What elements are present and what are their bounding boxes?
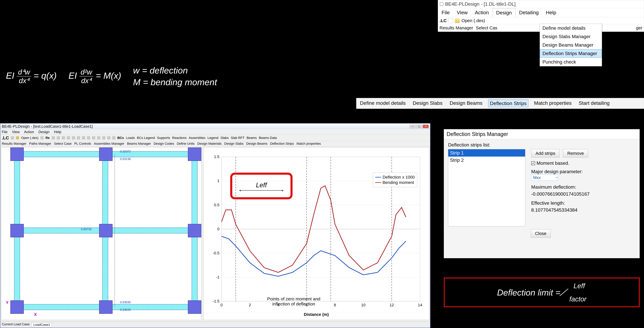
menu-file[interactable]: File xyxy=(2,130,8,134)
dialog-title: Deflection Strips Manager xyxy=(444,129,640,139)
menu-view[interactable]: View xyxy=(12,130,20,134)
open-des-button[interactable]: Open (.des) xyxy=(21,136,38,140)
zoom-out-icon[interactable] xyxy=(57,136,60,139)
menu-design[interactable]: Design xyxy=(492,8,516,17)
tool-icon[interactable] xyxy=(102,136,105,139)
add-strips-button[interactable]: Add strips xyxy=(531,149,560,158)
zoom-in-icon[interactable] xyxy=(52,136,55,139)
tool-icon[interactable] xyxy=(92,136,95,139)
tab-item[interactable]: Design Slabs xyxy=(411,100,444,107)
tool-icon[interactable] xyxy=(112,136,115,139)
dropdown-item[interactable]: Design Beams Manager xyxy=(540,41,602,49)
toolbar-item[interactable]: Assemblies xyxy=(189,136,206,140)
svg-text:-1.5: -1.5 xyxy=(213,299,219,303)
toolbar-item[interactable]: Beams xyxy=(246,136,256,140)
toolbar-item[interactable]: Design Codes xyxy=(154,142,174,146)
toolbar-item[interactable]: Assemblies Manager xyxy=(94,142,124,146)
toolbar-item[interactable]: Slabs xyxy=(220,136,229,140)
tool-icon[interactable] xyxy=(82,136,85,139)
open-folder-icon[interactable] xyxy=(455,18,460,23)
menu-help[interactable]: Help xyxy=(54,130,61,134)
structural-plan-view[interactable]: 0.22372 0.93136 0.83732 0.93535 0.24615 … xyxy=(1,147,202,320)
moment-based-checkbox[interactable]: ✓ Moment based. xyxy=(531,160,636,166)
list-item[interactable]: Strip 2 xyxy=(448,156,525,164)
menu-help[interactable]: Help xyxy=(542,8,560,17)
chart-x-label: Distance (m) xyxy=(304,312,329,317)
toolbar-item[interactable]: BCs Legend xyxy=(137,136,155,140)
effective-length-label: Effective length: xyxy=(531,200,636,206)
tool-icon[interactable] xyxy=(87,136,90,139)
toolbar-item[interactable]: Loads xyxy=(126,136,135,140)
toolbar-item[interactable]: Beams Manager xyxy=(127,142,151,146)
open-des-button[interactable]: Open (.des) xyxy=(462,18,485,23)
toolbar-item[interactable]: Reactions xyxy=(172,136,187,140)
dropdown-item[interactable]: Design Slabs Manager xyxy=(540,32,602,41)
grid-icon[interactable] xyxy=(72,136,75,139)
design-menu-window: BE4E-PLDesign - [1.DL-title1-DL] FileVie… xyxy=(438,0,644,32)
maximize-button[interactable]: ▢ xyxy=(416,125,422,128)
new-file-icon[interactable] xyxy=(11,136,14,139)
toolbar-item[interactable]: Deflection Strips xyxy=(270,142,294,146)
select-case-button[interactable]: Select Cas xyxy=(476,26,497,30)
dropdown-item[interactable]: Deflection Strips Manager xyxy=(540,49,602,58)
menu-action[interactable]: Action xyxy=(24,130,34,134)
toolbar-item[interactable]: Select Case xyxy=(54,142,72,146)
tool-icon[interactable] xyxy=(107,136,110,139)
toolbar-item[interactable]: Design Slabs xyxy=(224,142,244,146)
chart-view: -1.5-1-0.500.511.502468101214 Leff Defle… xyxy=(203,147,429,320)
app-title: BE4E-PLDesign - [test.LoadCase1-title1-L… xyxy=(2,124,93,129)
pan-icon[interactable] xyxy=(67,136,70,139)
open-folder-icon[interactable] xyxy=(16,136,19,139)
menu-detailing[interactable]: Detailing xyxy=(516,8,542,17)
close-button[interactable]: ✕ xyxy=(423,125,429,128)
strips-listbox[interactable]: Strip 1Strip 2 xyxy=(448,149,525,226)
toolbar-item[interactable]: Legend xyxy=(208,136,218,140)
menu-action[interactable]: Action xyxy=(471,8,492,17)
tool-icon[interactable] xyxy=(97,136,100,139)
toolbar-item[interactable]: Beams Data xyxy=(259,136,277,140)
zoom-fit-icon[interactable] xyxy=(62,136,65,139)
dropdown-item[interactable]: Define model details xyxy=(540,24,602,32)
toolbar-item[interactable]: Define Units xyxy=(177,142,194,146)
x-axis-label: X xyxy=(34,312,37,317)
dropdown-item[interactable]: Punching check xyxy=(540,58,602,66)
checkbox-icon: ✓ xyxy=(531,161,535,165)
bcs-button[interactable]: BCs xyxy=(118,136,124,140)
legend-row: Deflection x 1000 xyxy=(375,175,415,180)
toolbar-item[interactable]: Design Materials xyxy=(197,142,222,146)
toolbar-item[interactable]: Design Beams xyxy=(246,142,268,146)
toolbar-item[interactable]: Paths Manager xyxy=(29,142,51,146)
app-menubar: FileViewActionDesignHelp xyxy=(0,129,430,135)
new-file-icon[interactable] xyxy=(448,18,453,23)
deflection-limit-formula: Deflection limit = Leff ⁄ factor xyxy=(444,278,640,307)
menu-file[interactable]: File xyxy=(438,8,453,17)
menubar: FileViewActionDesignDetailingHelp xyxy=(438,8,644,17)
toolbar-item[interactable]: Slab RFT xyxy=(231,136,244,140)
tab-item[interactable]: Define model details xyxy=(358,100,407,107)
leff-arrow xyxy=(239,190,284,190)
results-manager-button[interactable]: Results Manager xyxy=(440,26,473,30)
menu-design[interactable]: Design xyxy=(38,130,50,134)
toolbar-item[interactable]: Match properties xyxy=(296,142,321,146)
toolbar-item[interactable]: Results Manager xyxy=(2,142,26,146)
tool-icon[interactable] xyxy=(77,136,80,139)
tab-item[interactable]: Deflection Strips xyxy=(488,100,528,107)
remove-button[interactable]: Remove xyxy=(563,149,588,158)
tab-item[interactable]: Start detailing xyxy=(577,100,611,107)
list-item[interactable]: Strip 1 xyxy=(448,149,525,156)
tab-item[interactable]: Match properties xyxy=(532,100,573,107)
tab-item[interactable]: Design Beams xyxy=(448,100,484,107)
tool-icon[interactable] xyxy=(40,136,44,139)
re-button[interactable]: Re xyxy=(46,136,50,140)
toolbar-item[interactable]: Supports xyxy=(157,136,170,140)
window-title-bar: BE4E-PLDesign - [1.DL-title1-DL] xyxy=(438,0,644,8)
close-button[interactable]: Close xyxy=(531,229,551,238)
app-title-bar: BE4E-PLDesign - [test.LoadCase1-title1-L… xyxy=(0,124,430,129)
toolbar-item[interactable]: PL Controls xyxy=(74,142,91,146)
major-param-select[interactable]: Mxx xyxy=(531,174,558,181)
app-toolbar-2: Results ManagerPaths ManagerSelect CaseP… xyxy=(0,141,430,146)
max-deflection-label: Maximum deflectiom: xyxy=(531,184,636,190)
eq1: EI d⁴wdx⁴ = q(x) xyxy=(6,68,56,85)
menu-view[interactable]: View xyxy=(453,8,471,17)
minimize-button[interactable]: — xyxy=(410,125,416,128)
